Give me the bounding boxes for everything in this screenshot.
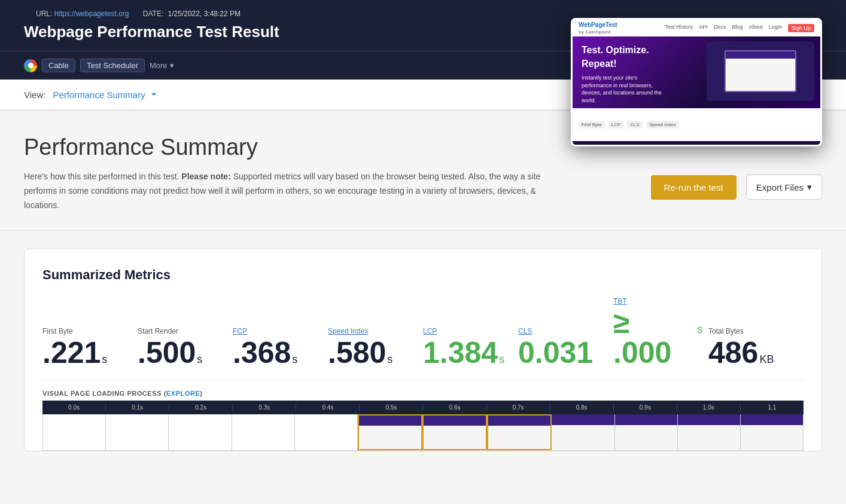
- metric-number-3: .580: [328, 338, 386, 368]
- chrome-icon: [24, 59, 37, 72]
- timeline-label: VISUAL PAGE LOADING PROCESS (EXPLORE): [42, 390, 804, 397]
- metric-number-7: 486: [708, 338, 758, 368]
- metric-value-5: 0.031: [518, 338, 607, 368]
- timeline-frame-2: [169, 414, 232, 450]
- timeline-frame-10: [678, 414, 741, 450]
- date-label: DATE:: [143, 10, 163, 18]
- metric-link-5[interactable]: CLS: [518, 327, 532, 335]
- nav-blog: Blog: [732, 24, 742, 32]
- more-chevron-icon: ▾: [170, 61, 174, 70]
- metric-label-5: CLS: [518, 327, 607, 335]
- preview-bottom: First Byte LCP CLS Speed Index: [573, 108, 820, 141]
- frame-bar-11: [741, 414, 803, 425]
- frame-content-7: [488, 426, 550, 449]
- metrics-title: Summarized Metrics: [42, 267, 804, 283]
- perf-actions: Re-run the test Export Files ▾: [651, 175, 822, 200]
- view-label: View:: [24, 90, 45, 100]
- date-value: 1/25/2022, 3:48:22 PM: [168, 10, 241, 18]
- frame-bar-6: [424, 416, 486, 426]
- timeline-text: VISUAL PAGE LOADING PROCESS: [42, 390, 162, 397]
- metric-unit-4: s: [499, 354, 504, 365]
- preview-screen: [725, 50, 796, 92]
- nav-api: API: [699, 24, 708, 32]
- metric-value-6: ≥ .000s: [613, 308, 702, 368]
- ruler-tick-0: 0.0s: [42, 404, 105, 411]
- chevron-down-icon: [149, 90, 159, 99]
- frame-bar-9: [615, 414, 677, 425]
- metric-label-3: Speed Index: [328, 327, 417, 335]
- preview-topbar: WebPageTest by Catchpoint Test History A…: [573, 20, 820, 36]
- timeline-frame-7: [487, 414, 552, 450]
- chrome-icon-inner: [28, 63, 34, 68]
- frame-bar-8: [552, 414, 614, 425]
- ruler-tick-8: 0.8s: [550, 404, 613, 411]
- metric-col-7: Total Bytes486KB: [708, 327, 804, 368]
- preview-metric-2: LCP: [608, 121, 624, 129]
- export-chevron-icon: ▾: [807, 182, 812, 193]
- preview-hero: Test. Optimize. Repeat! Instantly test y…: [573, 36, 820, 108]
- url-label: URL:: [36, 10, 52, 18]
- metric-value-7: 486KB: [708, 338, 798, 368]
- metric-col-5: CLS0.031: [518, 327, 613, 368]
- timeline-frame-3: [232, 414, 295, 450]
- desc-plain: Here's how this site performed in this t…: [24, 172, 181, 181]
- perf-description: Here's how this site performed in this t…: [24, 170, 544, 212]
- url-link[interactable]: https://webpagetest.org: [54, 10, 129, 18]
- metric-unit-0: s: [102, 354, 107, 365]
- metric-label-6: TBT: [613, 297, 702, 306]
- metric-number-6: ≥ .000: [613, 308, 696, 368]
- preview-hero-image: [707, 41, 814, 101]
- metric-unit-1: s: [197, 354, 202, 365]
- metric-label-2: FCP: [233, 327, 322, 335]
- metric-number-0: .221: [42, 338, 101, 368]
- frame-empty-3: [232, 414, 294, 450]
- metric-unit-6: s: [697, 324, 702, 335]
- metric-value-0: .221s: [42, 338, 132, 368]
- metric-number-2: .368: [233, 338, 291, 368]
- preview-metric-3: CLS: [627, 121, 643, 129]
- timeline-frame-1: [106, 414, 169, 450]
- nav-test-history: Test History: [665, 24, 693, 32]
- frame-inner-7: [488, 416, 550, 449]
- preview-metric-1: First Byte: [579, 121, 605, 129]
- timeline-frame-8: [552, 414, 614, 450]
- tab-test-scheduler[interactable]: Test Scheduler: [80, 59, 145, 72]
- ruler-tick-1: 0.1s: [105, 404, 169, 411]
- view-dropdown[interactable]: Performance Summary: [53, 90, 158, 100]
- metric-value-3: .580s: [328, 338, 417, 368]
- preview-metric-4: Speed Index: [646, 121, 679, 129]
- frame-inner-9: [615, 414, 677, 450]
- frame-bar-7: [488, 416, 550, 426]
- frame-content-9: [615, 425, 677, 450]
- metric-link-3[interactable]: Speed Index: [328, 327, 368, 335]
- metric-value-4: 1.384s: [423, 338, 512, 368]
- more-label: More: [150, 61, 168, 70]
- metric-unit-2: s: [292, 354, 297, 365]
- header: URL: https://webpagetest.org DATE: 1/25/…: [0, 0, 846, 80]
- metric-value-1: .500s: [138, 338, 227, 368]
- export-button[interactable]: Export Files ▾: [746, 175, 822, 200]
- tab-cable[interactable]: Cable: [42, 59, 75, 72]
- nav-login: Login: [769, 24, 782, 32]
- frame-inner-8: [552, 414, 614, 450]
- nav-docs: Docs: [714, 24, 726, 32]
- preview-screen-bar: [726, 51, 795, 59]
- explore-link[interactable]: EXPLORE: [166, 390, 200, 397]
- ruler-tick-3: 0.3s: [232, 404, 296, 411]
- frame-bar-5: [359, 416, 421, 426]
- more-button[interactable]: More ▾: [150, 61, 174, 70]
- metric-number-1: .500: [138, 338, 196, 368]
- metric-link-4[interactable]: LCP: [423, 327, 437, 335]
- metric-value-2: .368s: [233, 338, 322, 368]
- metric-link-2[interactable]: FCP: [233, 327, 247, 335]
- timeline-frame-0: [43, 414, 106, 450]
- preview-screen-content: [726, 59, 795, 91]
- timeline-frame-6: [422, 414, 487, 450]
- rerun-button[interactable]: Re-run the test: [651, 175, 737, 200]
- nav-about: About: [748, 24, 763, 32]
- timeline-frame-4: [295, 414, 358, 450]
- timeline-section: VISUAL PAGE LOADING PROCESS (EXPLORE) 0.…: [42, 380, 804, 451]
- perf-header-row: Here's how this site performed in this t…: [24, 170, 822, 212]
- metric-link-6[interactable]: TBT: [613, 297, 627, 306]
- view-selected: Performance Summary: [53, 90, 145, 100]
